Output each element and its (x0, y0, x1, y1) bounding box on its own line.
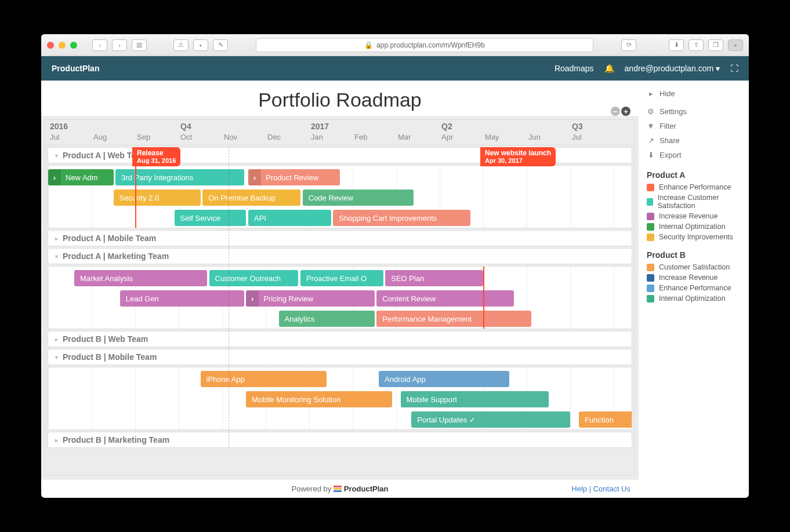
productplan-logo[interactable]: ProductPlan (334, 484, 389, 493)
legend-item: Increase Revenue (647, 211, 741, 221)
gantt-bar[interactable]: Code Review (303, 190, 414, 206)
zoom-in-button[interactable]: + (621, 107, 630, 116)
swatch-icon (647, 274, 654, 282)
legend-item: Security Improvements (647, 232, 741, 242)
gantt-bar[interactable]: Content Review (376, 290, 513, 307)
milestone-flag[interactable]: ReleaseAug 31, 2016 (132, 147, 180, 166)
gantt-bar[interactable]: API (248, 210, 331, 226)
wand-icon[interactable]: ✎ (213, 39, 228, 51)
swatch-icon (647, 285, 654, 292)
chevron-right-icon: ▸ (55, 437, 58, 443)
legend-item: Increase Revenue (647, 272, 741, 283)
zoom-out-button[interactable]: − (611, 107, 620, 116)
lane-header[interactable]: ▸Product B | Web Team (48, 331, 632, 347)
gantt-bar[interactable]: Self Service (175, 210, 247, 226)
fullscreen-icon[interactable]: ⛶ (730, 64, 738, 73)
address-bar[interactable]: 🔒 app.productplan.com/m/WpnfEH9b (256, 38, 593, 52)
swatch-icon (647, 295, 654, 303)
gantt-timeline[interactable]: 2016Q42017Q2Q3JulAugSepOctNovDecJanFebMa… (45, 119, 635, 476)
contact-link[interactable]: Contact Us (593, 484, 630, 493)
gantt-bar[interactable]: Customer Outreach (209, 270, 299, 286)
share-icon: ↗ (647, 136, 655, 145)
sidebar-share[interactable]: ↗Share (647, 133, 741, 148)
browser-chrome: ‹ › ▥ ⚠ ▪ ✎ 🔒 app.productplan.com/m/Wpnf… (41, 34, 749, 56)
gantt-bar[interactable]: Function (579, 411, 632, 428)
lane-header[interactable]: ▾Product B | Mobile Team (48, 349, 632, 365)
tabs-icon[interactable]: ❐ (708, 39, 723, 51)
legend-title: Product B (647, 250, 741, 260)
gantt-bar[interactable]: Proactive Email O (300, 270, 383, 286)
gantt-bar[interactable]: Portal Updates ✓ (411, 411, 570, 428)
brand-logo[interactable]: ProductPlan (52, 64, 99, 73)
gantt-bar[interactable]: SEO Plan (385, 270, 483, 286)
chevron-right-icon: ▸ (55, 336, 58, 342)
lane-body: iPhone AppAndroid AppMobile Monitoring S… (48, 367, 632, 430)
lane-header[interactable]: ▾Product A | Marketing TeamNew website l… (48, 248, 632, 264)
swatch-icon (647, 213, 654, 220)
legend-item: Increase Customer Satisfaction (647, 192, 741, 211)
swatch-icon (647, 184, 654, 191)
legend-item: Internal Optimization (647, 221, 741, 232)
sidebar-filter[interactable]: ▼Filter (647, 119, 741, 133)
time-axis: 2016Q42017Q2Q3JulAugSepOctNovDecJanFebMa… (45, 120, 635, 145)
bell-icon[interactable]: 🔔 (604, 64, 614, 73)
gantt-bar[interactable]: Performance Management (376, 311, 531, 327)
legend-title: Product A (647, 170, 741, 180)
chevron-down-icon: ▾ (55, 152, 58, 159)
sidebar-toggle-icon[interactable]: ▥ (132, 39, 147, 51)
gantt-bar[interactable]: On Premise Backup (202, 190, 300, 206)
chevron-right-icon: ▸ (55, 235, 58, 242)
lane-header[interactable]: ▸Product A | Mobile Team (48, 230, 632, 246)
lane-body: Market AnalysisCustomer OutreachProactiv… (48, 266, 632, 329)
grid-icon[interactable]: ▪ (193, 39, 208, 51)
reload-icon[interactable]: ⟳ (621, 39, 636, 51)
page-title: Portfolio Roadmap − + (41, 81, 639, 116)
milestone-line (135, 166, 136, 228)
minimize-window-icon[interactable] (59, 42, 66, 49)
footer: Powered by ProductPlan Help | Contact Us (41, 479, 639, 498)
legend-item: Enhance Performance (647, 182, 741, 192)
help-link[interactable]: Help (571, 484, 587, 493)
gantt-bar[interactable]: Security 2.0 (114, 190, 201, 206)
gantt-bar[interactable]: New Adm (48, 169, 114, 185)
chevron-down-icon: ▾ (55, 253, 58, 260)
swatch-icon (647, 223, 654, 231)
gantt-bar[interactable]: Market Analysis (74, 270, 207, 286)
gantt-bar[interactable]: Analytics (279, 311, 375, 327)
gantt-bar[interactable]: Product Review (248, 169, 340, 185)
new-tab-button[interactable]: + (728, 39, 743, 51)
hide-sidebar-button[interactable]: ▸Hide (647, 86, 741, 101)
chevron-down-icon: ▾ (55, 354, 58, 360)
milestone-line (483, 267, 484, 329)
forward-button[interactable]: › (112, 39, 127, 51)
warning-icon[interactable]: ⚠ (173, 39, 189, 51)
swatch-icon (647, 198, 653, 206)
gantt-bar[interactable]: Shopping Cart Improvements (333, 210, 470, 226)
maximize-window-icon[interactable] (70, 42, 77, 49)
user-menu[interactable]: andre@productplan.com ▾ (625, 64, 720, 73)
filter-icon: ▼ (647, 122, 655, 130)
nav-roadmaps[interactable]: Roadmaps (555, 64, 594, 73)
gantt-bar[interactable]: Pricing Review (246, 290, 374, 307)
gantt-bar[interactable]: Lead Gen (120, 290, 244, 307)
sidebar-export[interactable]: ⬇Export (647, 148, 741, 162)
download-icon[interactable]: ⬇ (669, 39, 684, 51)
share-icon[interactable]: ⇪ (688, 39, 704, 51)
close-window-icon[interactable] (47, 42, 54, 49)
app-header: ProductPlan Roadmaps 🔔 andre@productplan… (41, 56, 749, 81)
legend-item: Internal Optimization (647, 293, 741, 304)
gantt-bar[interactable]: Android App (379, 371, 509, 387)
legend-item: Enhance Performance (647, 283, 741, 293)
milestone-flag[interactable]: New website launchApr 30, 2017 (480, 147, 556, 166)
lanes: ▾Product A | Web TeamReleaseAug 31, 2016… (45, 147, 635, 448)
gantt-bar[interactable]: Mobile Monitoring Solution (246, 391, 392, 407)
swatch-icon (647, 234, 654, 241)
settings-icon: ⚙ (647, 107, 655, 116)
sidebar-settings[interactable]: ⚙Settings (647, 104, 741, 119)
lane-header[interactable]: ▸Product B | Marketing Team (48, 432, 632, 448)
gantt-bar[interactable]: Mobile Support (401, 391, 549, 407)
swatch-icon (647, 264, 654, 271)
gantt-bar[interactable]: iPhone App (201, 371, 327, 387)
back-button[interactable]: ‹ (92, 39, 107, 51)
lane-body: New Adm3rd Party IntegrationsProduct Rev… (48, 165, 632, 228)
